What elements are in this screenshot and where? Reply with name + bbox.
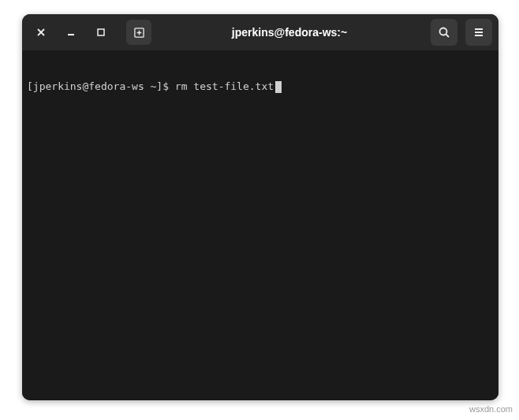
shell-command: rm test-file.txt: [175, 80, 274, 94]
new-tab-icon: [133, 27, 145, 39]
minimize-button[interactable]: [58, 20, 84, 45]
svg-line-8: [446, 35, 450, 38]
cursor: [275, 81, 282, 93]
titlebar: jperkins@fedora-ws:~: [22, 14, 498, 50]
svg-point-7: [440, 28, 447, 35]
close-icon: [35, 27, 47, 38]
terminal-window: jperkins@fedora-ws:~ [jperkins@fedora-ws…: [22, 14, 498, 400]
search-icon: [438, 26, 450, 39]
shell-prompt: [jperkins@fedora-ws ~]$: [27, 80, 175, 94]
command-line: [jperkins@fedora-ws ~]$ rm test-file.txt: [27, 80, 494, 94]
window-title: jperkins@fedora-ws:~: [156, 26, 423, 39]
svg-rect-3: [98, 29, 104, 35]
search-button[interactable]: [431, 19, 457, 46]
close-button[interactable]: [28, 20, 54, 45]
menu-button[interactable]: [465, 19, 492, 46]
maximize-icon: [95, 27, 106, 38]
minimize-icon: [65, 27, 77, 38]
maximize-button[interactable]: [88, 20, 114, 45]
watermark: wsxdn.com: [469, 404, 513, 414]
hamburger-icon: [472, 26, 485, 39]
new-tab-button[interactable]: [126, 20, 151, 45]
terminal-body[interactable]: [jperkins@fedora-ws ~]$ rm test-file.txt: [22, 50, 498, 400]
